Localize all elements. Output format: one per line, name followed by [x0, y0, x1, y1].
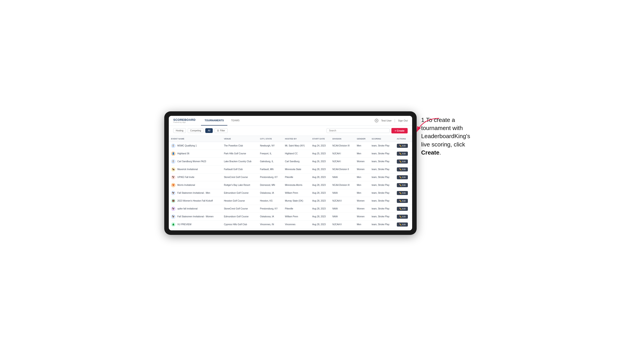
svg-point-0 [376, 120, 377, 121]
cell-venue: Hesston Golf Course [222, 197, 258, 205]
cell-actions: ✏️ Edit [394, 150, 412, 158]
cell-scoring: team, Stroke Play [369, 197, 394, 205]
event-name-text: Highland 36 [177, 152, 189, 155]
cell-division: NAIA [330, 173, 354, 181]
app-logo: SCOREBOARD [173, 118, 196, 121]
cell-event-name: 👤 Highland 36 [169, 150, 222, 158]
cell-city: Prestonsburg, KY [258, 173, 283, 181]
edit-button[interactable]: ✏️ Edit [397, 199, 408, 203]
col-hosted-by: HOSTED BY [283, 136, 310, 142]
create-button[interactable]: + Create [392, 128, 408, 133]
search-input[interactable] [326, 128, 390, 133]
cell-city: Oskaloosa, IA [258, 213, 283, 220]
event-icon: 🐂 [171, 167, 176, 172]
edit-button[interactable]: ✏️ Edit [397, 175, 408, 179]
cell-scoring: team, Stroke Play [369, 165, 394, 173]
tournaments-table: EVENT NAME VENUE CITY, STATE HOSTED BY S… [169, 136, 412, 230]
separator: | [394, 119, 395, 123]
sign-out-link[interactable]: Sign Out [398, 119, 408, 122]
edit-button[interactable]: ✏️ Edit [397, 207, 408, 211]
table-row: 🦅 Fall Statesmen Invitational - Men Edmu… [169, 189, 412, 197]
cell-venue: Lake Bracken Country Club [222, 158, 258, 165]
edit-button[interactable]: ✏️ Edit [397, 167, 408, 172]
cell-event-name: 🌲 VU PREVIEW [169, 220, 222, 228]
table-row: 🐂 Maverick Invitational Faribault Golf C… [169, 165, 412, 173]
tablet-screen: SCOREBOARD Powered by clippr TOURNAMENTS… [169, 116, 412, 230]
edit-pencil-icon: ✏️ [399, 168, 402, 171]
edit-button[interactable]: ✏️ Edit [397, 222, 408, 226]
gear-icon[interactable] [374, 119, 378, 123]
cell-division: NAIA [330, 213, 354, 220]
edit-button[interactable]: ✏️ Edit [397, 160, 408, 164]
table-row: 🦅 Fall Statesmen Invitational - Women Ed… [169, 213, 412, 220]
cell-actions: ✏️ Edit [394, 173, 412, 181]
cell-gender: Women [355, 213, 370, 220]
event-name-text: Morris Invitational [177, 184, 195, 186]
cell-city: Prestonsburg, KY [258, 205, 283, 213]
event-icon: 🏌️ [171, 144, 176, 148]
hosting-filter-button[interactable]: Hosting [173, 128, 186, 133]
edit-pencil-icon: ✏️ [399, 153, 402, 155]
competing-filter-button[interactable]: Competing [188, 128, 204, 133]
cell-gender: Women [355, 158, 370, 165]
cell-actions: ✏️ Edit [394, 189, 412, 197]
cell-hosted-by: Minnesota State [283, 165, 310, 173]
cell-division: NJCAA I [330, 158, 354, 165]
table-row: 🐻 2023 Women's Hesston Fall Kickoff Hess… [169, 197, 412, 205]
cell-hosted-by: Murray State (OK) [283, 197, 310, 205]
cell-event-name: 🏌️ Carl Sandburg Women FA23 [169, 158, 222, 165]
cell-event-name: 🐂 Maverick Invitational [169, 165, 222, 173]
cell-gender: Men [355, 181, 370, 189]
edit-button[interactable]: ✏️ Edit [397, 144, 408, 148]
table-row: 🏌️ MSMC Qualifying 1 The Powelton Club N… [169, 142, 412, 150]
cell-city: Marion, IL [258, 228, 283, 230]
cell-gender: Women [355, 197, 370, 205]
cell-scoring: team, Stroke Play [369, 142, 394, 150]
table-row: 🌲 VU PREVIEW Cypress Hills Golf Club Vin… [169, 220, 412, 228]
cell-start-date: Aug 28, 2023 [310, 205, 330, 213]
event-icon: 🌲 [171, 222, 176, 227]
cell-division: NAIA [330, 205, 354, 213]
filter-button[interactable]: ☰ Filter [214, 128, 227, 133]
app-logo-sub: Powered by clippr [173, 122, 196, 123]
cell-city: Oskaloosa, IA [258, 189, 283, 197]
event-icon: 🦅 [171, 191, 176, 195]
nav-tab-tournaments[interactable]: TOURNAMENTS [201, 116, 227, 126]
cell-start-date: Aug 25, 2023 [310, 150, 330, 158]
cell-venue: Edmundson Golf Course [222, 189, 258, 197]
logo-area: SCOREBOARD Powered by clippr [173, 118, 196, 123]
cell-city: Deerwood, MN [258, 181, 283, 189]
nav-tab-teams[interactable]: TEAMS [227, 116, 243, 126]
event-name-text: Carl Sandburg Women FA23 [177, 160, 206, 163]
all-filter-button[interactable]: All [205, 128, 213, 133]
table-row: 👤 Highland 36 Park Hills Golf Course Fre… [169, 150, 412, 158]
cell-start-date: Aug 28, 2023 [310, 165, 330, 173]
table-row: 🏌️ Carl Sandburg Women FA23 Lake Bracken… [169, 158, 412, 165]
cell-actions: ✏️ Edit [394, 142, 412, 150]
cell-venue: Kokopelli Golf Club [222, 228, 258, 230]
event-icon: 🐻 [171, 199, 176, 203]
cell-start-date: Aug 24, 2023 [310, 142, 330, 150]
cell-actions: ✏️ Edit [394, 213, 412, 220]
cell-start-date: Aug 28, 2023 [310, 181, 330, 189]
cell-gender: Men [355, 189, 370, 197]
col-city-state: CITY, STATE [258, 136, 283, 142]
cell-actions: ✏️ Edit [394, 197, 412, 205]
cell-gender: Men [355, 173, 370, 181]
cell-actions: ✏️ Edit [394, 220, 412, 228]
cell-actions: ✏️ Edit [394, 165, 412, 173]
edit-pencil-icon: ✏️ [399, 192, 402, 194]
cell-event-name: 🦅 upike fall invitational [169, 205, 222, 213]
edit-button[interactable]: ✏️ Edit [397, 215, 408, 219]
edit-button[interactable]: ✏️ Edit [397, 183, 408, 187]
edit-button[interactable]: ✏️ Edit [397, 191, 408, 195]
cell-start-date: Aug 28, 2023 [310, 213, 330, 220]
cell-city: Galesburg, IL [258, 158, 283, 165]
cell-hosted-by: William Penn [283, 189, 310, 197]
cell-venue: The Powelton Club [222, 142, 258, 150]
annotation-panel: 1.To create a tournament with Leaderboar… [417, 111, 480, 161]
cell-venue: Edmundson Golf Course [222, 213, 258, 220]
event-icon: 🏌️ [171, 159, 176, 164]
arrow-svg [414, 116, 442, 134]
edit-button[interactable]: ✏️ Edit [397, 152, 408, 156]
